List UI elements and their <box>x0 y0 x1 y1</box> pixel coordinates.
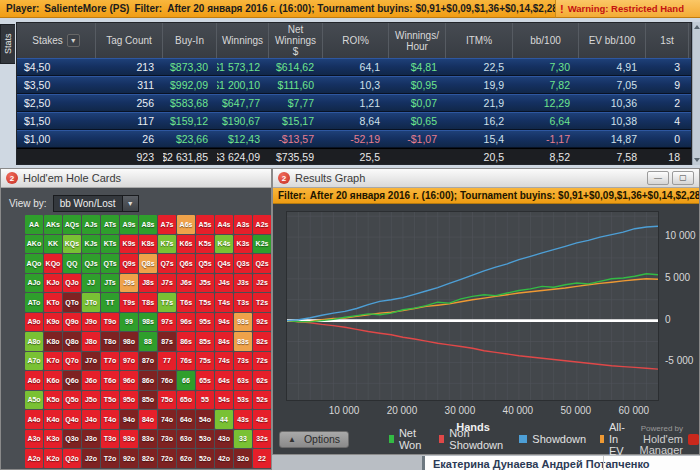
hand-cell-AJs[interactable]: AJs <box>82 215 100 234</box>
hand-cell-62s[interactable]: 62s <box>253 371 271 390</box>
hand-cell-95o[interactable]: 95o <box>120 391 138 410</box>
hand-cell-73o[interactable]: 73o <box>158 430 176 449</box>
column-header-1[interactable]: Tag Count <box>96 23 163 58</box>
hand-cell-43o[interactable]: 43o <box>215 430 233 449</box>
hand-cell-96o[interactable]: 96o <box>120 371 138 390</box>
hand-cell-Q2o[interactable]: Q2o <box>63 449 81 468</box>
scroll-up-icon[interactable] <box>694 25 700 29</box>
hand-cell-JTs[interactable]: JTs <box>101 274 119 293</box>
warning-banner[interactable]: ! Warning: Restricted Hand <box>555 0 700 18</box>
hand-cell-87o[interactable]: 87o <box>139 352 157 371</box>
legend-item-non-showdown[interactable]: Non Showdown <box>439 421 506 457</box>
hand-cell-A8s[interactable]: A8s <box>139 215 157 234</box>
hand-cell-Q7s[interactable]: Q7s <box>158 254 176 273</box>
hand-cell-QJs[interactable]: QJs <box>82 254 100 273</box>
hand-cell-63o[interactable]: 63o <box>177 430 195 449</box>
hand-cell-K6o[interactable]: K6o <box>44 371 62 390</box>
hand-cell-ATs[interactable]: ATs <box>101 215 119 234</box>
hand-cell-T5o[interactable]: T5o <box>101 391 119 410</box>
hand-cell-KJo[interactable]: KJo <box>44 274 62 293</box>
hand-cell-65s[interactable]: 65s <box>196 371 214 390</box>
hand-cell-T9s[interactable]: T9s <box>120 293 138 312</box>
column-header-9[interactable]: EV bb/100 <box>579 23 646 58</box>
hand-cell-Q9o[interactable]: Q9o <box>63 313 81 332</box>
hand-cell-Q4s[interactable]: Q4s <box>215 254 233 273</box>
hand-cell-54o[interactable]: 54o <box>196 410 214 429</box>
hand-cell-A8o[interactable]: A8o <box>25 332 43 351</box>
hand-cell-J5o[interactable]: J5o <box>82 391 100 410</box>
view-by-dropdown[interactable]: bb Won/Lost ▼ <box>53 195 139 212</box>
hand-cell-K5o[interactable]: K5o <box>44 391 62 410</box>
hand-cell-K9s[interactable]: K9s <box>120 235 138 254</box>
hand-cell-J2o[interactable]: J2o <box>82 449 100 468</box>
hand-cell-85s[interactable]: 85s <box>196 332 214 351</box>
hand-cell-66[interactable]: 66 <box>177 371 195 390</box>
hand-cell-82o[interactable]: 82o <box>139 449 157 468</box>
hand-cell-55[interactable]: 55 <box>196 391 214 410</box>
hand-cell-T9o[interactable]: T9o <box>101 313 119 332</box>
hand-cell-K5s[interactable]: K5s <box>196 235 214 254</box>
hand-cell-JJ[interactable]: JJ <box>82 274 100 293</box>
options-button[interactable]: ▲ Options <box>279 431 349 448</box>
column-header-0[interactable]: Stakes▼ <box>17 23 96 58</box>
hand-cell-32s[interactable]: 32s <box>253 430 271 449</box>
hand-cell-K7s[interactable]: K7s <box>158 235 176 254</box>
hand-cell-T5s[interactable]: T5s <box>196 293 214 312</box>
hand-cell-52o[interactable]: 52o <box>196 449 214 468</box>
hand-cell-AQo[interactable]: AQo <box>25 254 43 273</box>
hand-cell-88[interactable]: 88 <box>139 332 157 351</box>
hand-cell-33[interactable]: 33 <box>234 430 252 449</box>
hand-cell-T6o[interactable]: T6o <box>101 371 119 390</box>
hand-cell-93o[interactable]: 93o <box>120 430 138 449</box>
hand-cell-84o[interactable]: 84o <box>139 410 157 429</box>
sort-dropdown-icon[interactable]: ▼ <box>67 34 80 47</box>
table-row-2[interactable]: $2,50256$583,68$647,77$7,771,21$0,0721,9… <box>17 94 691 112</box>
column-header-4[interactable]: Net Winnings $ <box>269 23 323 58</box>
hand-cell-76s[interactable]: 76s <box>177 352 195 371</box>
hand-cell-K9o[interactable]: K9o <box>44 313 62 332</box>
hand-cell-Q6s[interactable]: Q6s <box>177 254 195 273</box>
hand-cell-K2s[interactable]: K2s <box>253 235 271 254</box>
hand-cell-98o[interactable]: 98o <box>120 332 138 351</box>
hand-cell-77[interactable]: 77 <box>158 352 176 371</box>
hand-cell-A4s[interactable]: A4s <box>215 215 233 234</box>
hand-cell-A2o[interactable]: A2o <box>25 449 43 468</box>
hand-cell-63s[interactable]: 63s <box>234 371 252 390</box>
hole-cards-title-bar[interactable]: 2 Hold'em Hole Cards <box>1 169 271 188</box>
hand-cell-T6s[interactable]: T6s <box>177 293 195 312</box>
hand-cell-Q8s[interactable]: Q8s <box>139 254 157 273</box>
hand-cell-42o[interactable]: 42o <box>215 449 233 468</box>
hand-cell-76o[interactable]: 76o <box>158 371 176 390</box>
hand-cell-J4o[interactable]: J4o <box>82 410 100 429</box>
hand-cell-AKo[interactable]: AKo <box>25 235 43 254</box>
hand-cell-75o[interactable]: 75o <box>158 391 176 410</box>
scroll-down-icon[interactable] <box>694 158 700 162</box>
hand-cell-K6s[interactable]: K6s <box>177 235 195 254</box>
hand-cell-95s[interactable]: 95s <box>196 313 214 332</box>
hand-cell-Q8o[interactable]: Q8o <box>63 332 81 351</box>
hand-cell-72o[interactable]: 72o <box>158 449 176 468</box>
table-row-4[interactable]: $1,0026$23,66$12,43-$13,57-52,19-$1,0715… <box>17 130 691 148</box>
hand-cell-K2o[interactable]: K2o <box>44 449 62 468</box>
hand-cell-KQs[interactable]: KQs <box>63 235 81 254</box>
column-header-8[interactable]: bb/100 <box>513 23 579 58</box>
hand-cell-AQs[interactable]: AQs <box>63 215 81 234</box>
hand-cell-Q6o[interactable]: Q6o <box>63 371 81 390</box>
column-header-2[interactable]: Buy-In <box>163 23 217 58</box>
hand-cell-J7o[interactable]: J7o <box>82 352 100 371</box>
hand-cell-Q3o[interactable]: Q3o <box>63 430 81 449</box>
hand-cell-A9s[interactable]: A9s <box>120 215 138 234</box>
hand-cell-A7s[interactable]: A7s <box>158 215 176 234</box>
hand-cell-73s[interactable]: 73s <box>234 352 252 371</box>
hand-cell-KJs[interactable]: KJs <box>82 235 100 254</box>
hand-cell-J2s[interactable]: J2s <box>253 274 271 293</box>
hand-cell-94o[interactable]: 94o <box>120 410 138 429</box>
hand-cell-QJo[interactable]: QJo <box>63 274 81 293</box>
hand-cell-65o[interactable]: 65o <box>177 391 195 410</box>
hand-cell-J8s[interactable]: J8s <box>139 274 157 293</box>
hand-cell-T7o[interactable]: T7o <box>101 352 119 371</box>
hand-cell-T3s[interactable]: T3s <box>234 293 252 312</box>
hand-cell-K8o[interactable]: K8o <box>44 332 62 351</box>
hand-cell-J3s[interactable]: J3s <box>234 274 252 293</box>
hand-cell-53s[interactable]: 53s <box>234 391 252 410</box>
